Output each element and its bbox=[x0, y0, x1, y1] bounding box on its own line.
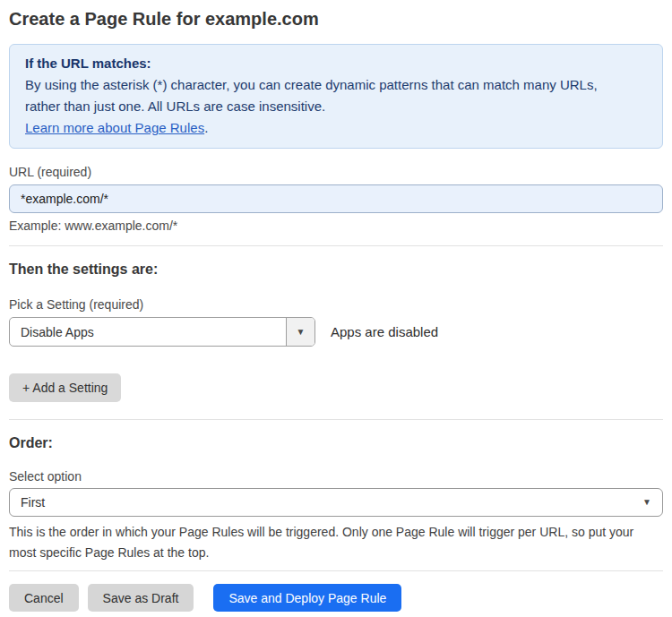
save-and-deploy-button[interactable]: Save and Deploy Page Rule bbox=[213, 584, 401, 612]
setting-status-text: Apps are disabled bbox=[331, 324, 438, 339]
setting-dropdown-value: Disable Apps bbox=[10, 318, 286, 346]
learn-more-link[interactable]: Learn more about Page Rules bbox=[25, 120, 204, 135]
divider bbox=[9, 245, 663, 246]
order-select-value: First bbox=[21, 495, 45, 510]
url-helper-text: Example: www.example.com/* bbox=[9, 219, 663, 233]
setting-row: Disable Apps ▼ Apps are disabled bbox=[9, 317, 663, 347]
cancel-button[interactable]: Cancel bbox=[9, 584, 79, 612]
url-input[interactable] bbox=[9, 184, 663, 213]
add-setting-button[interactable]: + Add a Setting bbox=[9, 373, 121, 402]
info-box-link-line: Learn more about Page Rules. bbox=[25, 117, 647, 139]
select-option-label: Select option bbox=[9, 469, 663, 484]
order-section-heading: Order: bbox=[9, 435, 663, 451]
setting-dropdown[interactable]: Disable Apps ▼ bbox=[9, 317, 315, 347]
url-label: URL (required) bbox=[9, 165, 663, 179]
settings-section-heading: Then the settings are: bbox=[9, 261, 663, 278]
info-box: If the URL matches: By using the asteris… bbox=[9, 44, 663, 149]
pick-setting-label: Pick a Setting (required) bbox=[9, 297, 663, 312]
divider bbox=[9, 419, 663, 420]
setting-dropdown-caret-button[interactable]: ▼ bbox=[286, 318, 314, 346]
order-helper-text: This is the order in which your Page Rul… bbox=[9, 522, 659, 563]
link-suffix: . bbox=[204, 120, 208, 135]
divider bbox=[9, 570, 663, 571]
page-title: Create a Page Rule for example.com bbox=[9, 0, 663, 30]
caret-down-icon: ▼ bbox=[642, 498, 651, 507]
info-box-body: By using the asterisk (*) character, you… bbox=[25, 74, 634, 117]
save-as-draft-button[interactable]: Save as Draft bbox=[88, 584, 194, 612]
caret-down-icon: ▼ bbox=[297, 328, 306, 337]
info-box-heading: If the URL matches: bbox=[25, 53, 647, 74]
order-select[interactable]: First ▼ bbox=[9, 488, 663, 517]
actions-row: Cancel Save as Draft Save and Deploy Pag… bbox=[9, 584, 663, 612]
